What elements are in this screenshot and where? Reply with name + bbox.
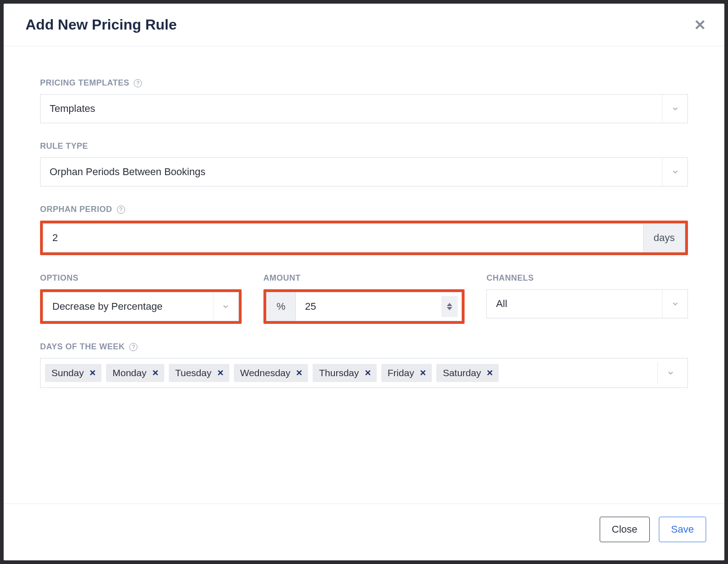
channels-label: CHANNELS bbox=[486, 273, 534, 283]
options-label: OPTIONS bbox=[40, 273, 79, 283]
help-icon[interactable]: ? bbox=[117, 206, 125, 214]
help-icon[interactable]: ? bbox=[129, 343, 137, 351]
day-chip[interactable]: Sunday✕ bbox=[45, 364, 101, 382]
options-value: Decrease by Percentage bbox=[43, 301, 213, 312]
amount-input-group: % bbox=[266, 292, 462, 321]
close-icon[interactable]: ✕ bbox=[89, 369, 96, 377]
orphan-period-highlight: days bbox=[40, 221, 688, 255]
day-chip-label: Wednesday bbox=[240, 368, 291, 378]
close-icon[interactable]: ✕ bbox=[217, 369, 224, 377]
close-button[interactable]: Close bbox=[600, 517, 650, 542]
options-highlight: Decrease by Percentage bbox=[40, 289, 242, 324]
close-icon[interactable]: ✕ bbox=[296, 369, 303, 377]
amount-highlight: % bbox=[263, 289, 465, 324]
amount-label: AMOUNT bbox=[263, 273, 301, 283]
field-amount: AMOUNT % bbox=[263, 273, 465, 324]
days-chips-area: Sunday✕Monday✕Tuesday✕Wednesday✕Thursday… bbox=[45, 364, 653, 382]
day-chip[interactable]: Friday✕ bbox=[381, 364, 432, 382]
orphan-period-label: ORPHAN PERIOD bbox=[40, 205, 112, 214]
channels-select[interactable]: All bbox=[486, 289, 688, 318]
chevron-down-icon bbox=[662, 95, 688, 123]
field-days-of-week: DAYS OF THE WEEK ? Sunday✕Monday✕Tuesday… bbox=[40, 342, 688, 388]
field-channels: CHANNELS All bbox=[486, 273, 688, 324]
chevron-down-icon bbox=[662, 158, 688, 186]
day-chip-label: Saturday bbox=[443, 368, 481, 378]
help-icon[interactable]: ? bbox=[134, 79, 142, 87]
close-icon[interactable]: ✕ bbox=[694, 18, 706, 32]
days-select[interactable]: Sunday✕Monday✕Tuesday✕Wednesday✕Thursday… bbox=[40, 358, 688, 388]
modal-title: Add New Pricing Rule bbox=[25, 16, 177, 33]
save-button[interactable]: Save bbox=[659, 517, 706, 542]
close-icon[interactable]: ✕ bbox=[364, 369, 371, 377]
pricing-templates-value: Templates bbox=[40, 103, 662, 115]
chevron-down-icon bbox=[657, 362, 683, 384]
field-options: OPTIONS Decrease by Percentage bbox=[40, 273, 242, 324]
close-icon[interactable]: ✕ bbox=[420, 369, 426, 377]
field-rule-type: RULE TYPE Orphan Periods Between Booking… bbox=[40, 141, 688, 186]
amount-input[interactable] bbox=[296, 292, 441, 321]
channels-value: All bbox=[487, 298, 662, 310]
rule-type-select[interactable]: Orphan Periods Between Bookings bbox=[40, 157, 688, 186]
day-chip-label: Thursday bbox=[319, 368, 359, 378]
rule-type-value: Orphan Periods Between Bookings bbox=[40, 166, 662, 178]
modal-header: Add New Pricing Rule ✕ bbox=[4, 4, 724, 46]
day-chip[interactable]: Saturday✕ bbox=[436, 364, 499, 382]
day-chip[interactable]: Tuesday✕ bbox=[169, 364, 229, 382]
day-chip-label: Monday bbox=[112, 368, 147, 378]
field-row-options-amount-channels: OPTIONS Decrease by Percentage bbox=[40, 273, 688, 324]
orphan-period-input[interactable] bbox=[43, 224, 643, 252]
modal-body: PRICING TEMPLATES ? Templates RULE TYPE … bbox=[4, 46, 724, 504]
day-chip[interactable]: Monday✕ bbox=[106, 364, 164, 382]
day-chip[interactable]: Wednesday✕ bbox=[234, 364, 308, 382]
day-chip-label: Friday bbox=[388, 368, 414, 378]
modal-footer: Close Save bbox=[4, 504, 724, 560]
options-select[interactable]: Decrease by Percentage bbox=[43, 292, 239, 321]
pricing-templates-select[interactable]: Templates bbox=[40, 94, 688, 123]
close-icon[interactable]: ✕ bbox=[486, 369, 493, 377]
add-pricing-rule-modal: Add New Pricing Rule ✕ PRICING TEMPLATES… bbox=[4, 4, 724, 560]
orphan-period-unit: days bbox=[643, 224, 685, 252]
pricing-templates-label: PRICING TEMPLATES bbox=[40, 78, 129, 88]
chevron-down-icon bbox=[662, 290, 688, 318]
amount-stepper[interactable] bbox=[441, 296, 458, 317]
chevron-down-icon bbox=[213, 292, 238, 321]
rule-type-label: RULE TYPE bbox=[40, 141, 88, 151]
field-orphan-period: ORPHAN PERIOD ? days bbox=[40, 205, 688, 255]
close-icon[interactable]: ✕ bbox=[152, 369, 159, 377]
field-pricing-templates: PRICING TEMPLATES ? Templates bbox=[40, 78, 688, 123]
day-chip[interactable]: Thursday✕ bbox=[313, 364, 377, 382]
stepper-down-icon[interactable] bbox=[447, 307, 452, 310]
day-chip-label: Sunday bbox=[51, 368, 84, 378]
amount-prefix: % bbox=[267, 292, 296, 321]
orphan-period-input-group: days bbox=[43, 223, 685, 252]
stepper-up-icon[interactable] bbox=[447, 303, 452, 306]
days-label: DAYS OF THE WEEK bbox=[40, 342, 125, 352]
day-chip-label: Tuesday bbox=[175, 368, 212, 378]
